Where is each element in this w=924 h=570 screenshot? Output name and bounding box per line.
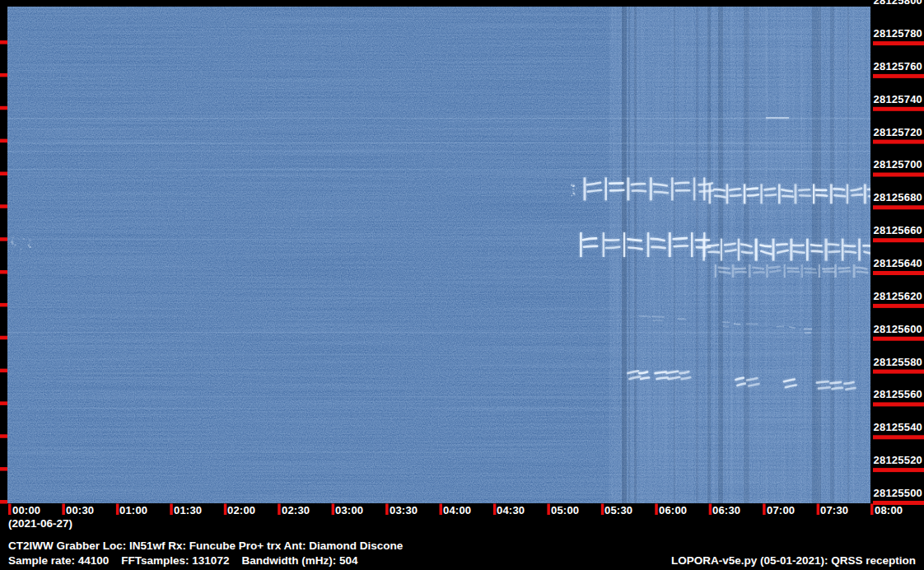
freq-label: 28125560 <box>871 389 922 400</box>
freq-tick-right <box>873 435 924 439</box>
freq-tick-left <box>0 139 7 143</box>
dark-band <box>634 7 637 503</box>
interference-line <box>7 239 870 240</box>
freq-tick-left <box>0 73 7 77</box>
time-label: 05:30 <box>604 505 632 516</box>
freq-tick-right <box>873 238 924 242</box>
freq-label: 28125520 <box>871 455 922 466</box>
freq-tick-left <box>0 237 7 241</box>
interference-line <box>7 151 870 152</box>
station-info-line: CT2IWW Grabber Loc: IN51wf Rx: Funcube P… <box>8 540 403 552</box>
time-label: 03:00 <box>335 505 363 516</box>
time-tick <box>763 504 766 516</box>
freq-label: 28125800 <box>871 0 922 7</box>
freq-tick-left <box>0 40 7 44</box>
time-tick <box>224 504 227 516</box>
time-label: 02:30 <box>282 505 310 516</box>
time-tick <box>547 504 550 516</box>
freq-tick-right <box>873 205 924 209</box>
time-tick <box>278 504 281 516</box>
interference-line <box>7 175 870 175</box>
freq-label: 28125600 <box>871 324 922 335</box>
freq-tick-left <box>0 204 7 208</box>
time-label: 04:30 <box>497 505 525 516</box>
time-tick <box>817 504 820 516</box>
freq-tick-right <box>873 337 924 341</box>
time-tick <box>709 504 712 516</box>
time-label: 02:00 <box>227 505 255 516</box>
freq-label: 28125640 <box>871 258 922 269</box>
freq-tick-left <box>0 106 7 110</box>
freq-tick-right <box>873 468 924 472</box>
time-label: 00:00 <box>12 505 40 516</box>
dark-band <box>830 7 834 503</box>
freq-label: 28125760 <box>871 61 922 72</box>
time-label: 01:30 <box>174 505 202 516</box>
freq-tick-left <box>0 303 7 307</box>
freq-label: 28125680 <box>871 192 922 203</box>
freq-tick-right <box>873 370 924 374</box>
freq-tick-left <box>0 434 7 438</box>
time-tick <box>170 504 173 516</box>
freq-tick-right <box>873 271 924 275</box>
time-label: 06:00 <box>659 505 687 516</box>
time-tick <box>870 504 874 516</box>
time-label: 00:30 <box>66 505 94 516</box>
interference-line <box>7 332 870 333</box>
freq-tick-left <box>0 270 7 274</box>
interference-line <box>7 451 870 452</box>
dark-band <box>707 7 711 503</box>
freq-tick-left <box>0 172 7 176</box>
dark-band <box>674 7 675 503</box>
time-tick <box>655 504 658 516</box>
time-label: 05:00 <box>551 505 579 516</box>
dark-band <box>847 7 849 503</box>
time-tick <box>440 504 443 516</box>
dark-band <box>744 7 749 503</box>
interference-line <box>7 354 870 355</box>
dark-band <box>812 7 821 503</box>
time-label: 01:00 <box>119 505 147 516</box>
time-label: 07:00 <box>767 505 795 516</box>
dark-band <box>696 7 698 503</box>
freq-tick-left <box>0 500 7 504</box>
time-label: 08:00 <box>875 505 903 516</box>
freq-label: 28125740 <box>871 94 922 105</box>
time-tick <box>62 504 65 516</box>
time-label: 06:30 <box>712 505 740 516</box>
freq-label: 28125540 <box>871 422 922 433</box>
freq-tick-left <box>0 401 7 405</box>
date-label: (2021-06-27) <box>8 518 72 530</box>
freq-tick-left <box>0 467 7 471</box>
freq-label: 28125500 <box>871 488 922 499</box>
time-tick <box>116 504 119 516</box>
freq-label: 28125620 <box>871 291 922 302</box>
qrss-grabber-screenshot: 2812580028125780281257602812574028125720… <box>0 0 924 570</box>
interference-line <box>7 79 870 80</box>
interference-line <box>7 372 870 373</box>
time-label: 04:00 <box>443 505 471 516</box>
time-label: 03:30 <box>390 505 418 516</box>
freq-label: 28125700 <box>871 159 922 171</box>
interference-line <box>7 128 870 129</box>
freq-label: 28125580 <box>871 357 922 368</box>
spectrogram-plot-area <box>7 7 879 503</box>
time-tick <box>332 504 335 516</box>
bright-interference-segment <box>766 117 789 119</box>
interference-line <box>7 408 870 409</box>
freq-label: 28125660 <box>871 225 922 236</box>
time-tick <box>493 504 497 516</box>
interference-line <box>7 142 870 143</box>
freq-tick-right <box>873 304 924 308</box>
freq-tick-right <box>873 140 924 144</box>
spectrogram-canvas <box>0 0 924 570</box>
time-tick <box>385 504 389 516</box>
freq-tick-left <box>0 369 7 373</box>
dark-band <box>628 7 630 503</box>
freq-tick-right <box>873 402 924 406</box>
freq-label: 28125780 <box>871 28 922 40</box>
freq-tick-right <box>873 173 924 177</box>
time-tick <box>8 504 12 516</box>
freq-label: 28125720 <box>871 127 922 138</box>
settings-info-line: Sample rate: 44100 FFTsamples: 131072 Ba… <box>8 555 357 567</box>
